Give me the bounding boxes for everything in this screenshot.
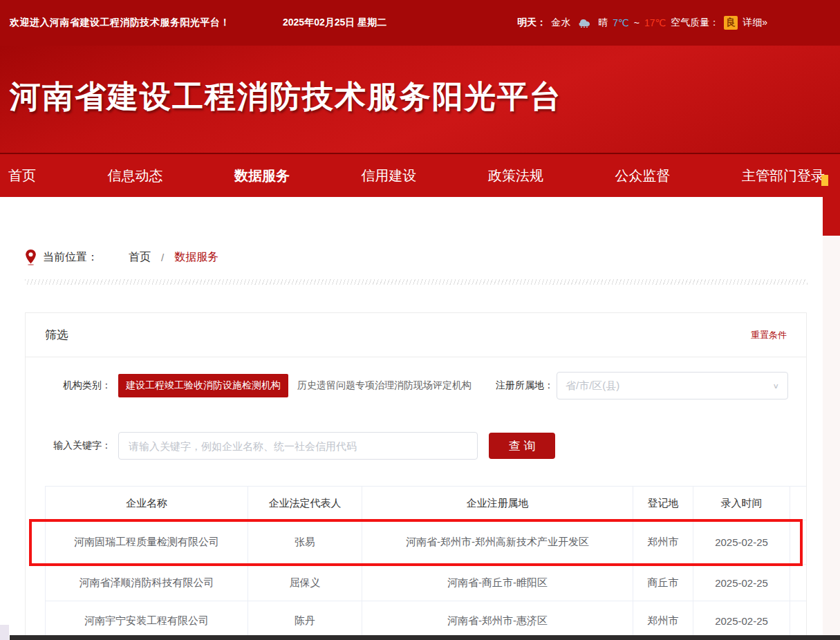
top-bar: 欢迎进入河南省建设工程消防技术服务阳光平台！ 2025年02月25日 星期二 明… xyxy=(0,0,840,46)
nav-item-credit[interactable]: 信用建设 xyxy=(362,167,417,185)
nav-item-data-service[interactable]: 数据服务 xyxy=(234,167,290,185)
nav-item-admin-login[interactable]: 主管部门登录 xyxy=(742,167,825,185)
cell-entry-date: 2025-02-25 xyxy=(693,520,790,565)
nav-item-policy[interactable]: 政策法规 xyxy=(488,167,543,185)
cell-entry-date: 2025-02-25 xyxy=(693,601,790,640)
category-option-other[interactable]: 历史遗留问题专项治理消防现场评定机构 xyxy=(297,379,472,392)
table-header-row: 企业名称 企业法定代表人 企业注册属地 登记地 录入时间 xyxy=(46,487,808,520)
cell-registration-city: 郑州市 xyxy=(633,520,693,565)
temp-high: 17℃ xyxy=(644,17,666,28)
cell-blank xyxy=(790,565,808,601)
cell-blank xyxy=(790,601,808,640)
chevron-down-icon: ∨ xyxy=(772,382,779,390)
breadcrumb: 当前位置： 首页 / 数据服务 xyxy=(25,249,218,265)
welcome-text: 欢迎进入河南省建设工程消防技术服务阳光平台！ xyxy=(10,17,230,29)
cell-registration-city: 郑州市 xyxy=(633,601,693,640)
temp-tilde: ~ xyxy=(634,17,640,28)
keyword-label: 输入关键字： xyxy=(26,440,111,452)
slash-divider xyxy=(25,279,808,285)
location-pin-icon xyxy=(25,249,37,265)
floating-widget-fragment xyxy=(823,197,840,236)
col-header-company: 企业名称 xyxy=(46,487,248,520)
cell-registration-city: 商丘市 xyxy=(633,565,693,601)
cell-legal-rep: 屈保义 xyxy=(248,565,362,601)
page: 欢迎进入河南省建设工程消防技术服务阳光平台！ 2025年02月25日 星期二 明… xyxy=(0,0,840,640)
category-label: 机构类别： xyxy=(26,379,111,392)
keyword-input[interactable] xyxy=(118,432,478,460)
region-select[interactable]: 省/市/区(县) ∨ xyxy=(557,372,788,399)
weather-city: 金水 xyxy=(551,17,570,29)
breadcrumb-separator: / xyxy=(161,252,164,263)
page-edge-strip xyxy=(823,197,840,640)
breadcrumb-home-link[interactable]: 首页 xyxy=(129,250,151,265)
table-row-3: 河南宇宁安装工程有限公司 陈丹 河南省-郑州市-惠济区 郑州市 2025-02-… xyxy=(46,601,808,640)
aqi-badge: 良 xyxy=(724,16,738,30)
bottom-left-fragment xyxy=(0,625,9,640)
col-header-blank xyxy=(790,487,808,520)
reset-filters-button[interactable]: 重置条件 xyxy=(751,329,787,341)
cell-registered-place: 河南省-郑州市-郑州高新技术产业开发区 xyxy=(362,520,633,565)
cloud-icon xyxy=(575,16,593,30)
table-row-1: 河南固瑞工程质量检测有限公司 张易 河南省-郑州市-郑州高新技术产业开发区 郑州… xyxy=(46,520,808,565)
results-table: 企业名称 企业法定代表人 企业注册属地 登记地 录入时间 河南固瑞工程质量检测有… xyxy=(45,486,807,640)
date-text: 2025年02月25日 星期二 xyxy=(283,17,386,29)
cell-registered-place: 河南省-商丘市-睢阳区 xyxy=(362,565,633,601)
breadcrumb-label: 当前位置： xyxy=(43,250,98,265)
weather-widget: 明天： 金水 晴 7℃ ~ 17℃ 空气质量： 良 详细» xyxy=(517,16,767,30)
table-row-2: 河南省泽顺消防科技有限公司 屈保义 河南省-商丘市-睢阳区 商丘市 2025-0… xyxy=(46,565,808,601)
cell-registered-place: 河南省-郑州市-惠济区 xyxy=(362,601,633,640)
region-label: 注册所属地： xyxy=(487,379,554,392)
filter-card-header: 筛选 重置条件 xyxy=(26,313,806,357)
category-filter-row: 机构类别： 建设工程竣工验收消防设施检测机构 历史遗留问题专项治理消防现场评定机… xyxy=(26,374,807,397)
page-title: 河南省建设工程消防技术服务阳光平台 xyxy=(10,76,562,117)
col-header-entry-date: 录入时间 xyxy=(693,487,790,520)
weather-condition: 晴 xyxy=(598,17,608,29)
cell-entry-date: 2025-02-25 xyxy=(693,565,790,601)
col-header-registered-place: 企业注册属地 xyxy=(362,487,633,520)
region-select-placeholder: 省/市/区(县) xyxy=(566,379,772,393)
search-button[interactable]: 查 询 xyxy=(489,433,555,459)
cell-company: 河南宇宁安装工程有限公司 xyxy=(46,601,248,640)
temp-low: 7℃ xyxy=(613,17,629,28)
breadcrumb-current-link[interactable]: 数据服务 xyxy=(174,250,218,265)
cell-company: 河南省泽顺消防科技有限公司 xyxy=(46,565,248,601)
results-table-wrap: 企业名称 企业法定代表人 企业注册属地 登记地 录入时间 河南固瑞工程质量检测有… xyxy=(45,486,807,640)
filter-card: 筛选 重置条件 机构类别： 建设工程竣工验收消防设施检测机构 历史遗留问题专项治… xyxy=(25,312,807,640)
cell-blank xyxy=(790,520,808,565)
col-header-legal-rep: 企业法定代表人 xyxy=(248,487,362,520)
cell-legal-rep: 张易 xyxy=(248,520,362,565)
main-nav: 首页 信息动态 数据服务 信用建设 政策法规 公众监督 主管部门登录 xyxy=(0,153,840,197)
cell-legal-rep: 陈丹 xyxy=(248,601,362,640)
floating-widget-icon-fragment xyxy=(821,175,828,186)
nav-item-news[interactable]: 信息动态 xyxy=(108,167,163,185)
weather-label: 明天： xyxy=(517,17,546,29)
aqi-label: 空气质量： xyxy=(671,17,719,29)
cell-company: 河南固瑞工程质量检测有限公司 xyxy=(46,520,248,565)
category-option-selected[interactable]: 建设工程竣工验收消防设施检测机构 xyxy=(118,374,288,397)
site-header: 河南省建设工程消防技术服务阳光平台 xyxy=(0,46,840,153)
nav-item-supervision[interactable]: 公众监督 xyxy=(615,167,671,185)
bottom-dark-bar xyxy=(10,635,840,640)
nav-item-home[interactable]: 首页 xyxy=(8,167,36,185)
weather-detail-link[interactable]: 详细» xyxy=(743,17,767,29)
keyword-filter-row: 输入关键字： 查 询 xyxy=(26,432,807,460)
col-header-registration-city: 登记地 xyxy=(633,487,693,520)
filter-title: 筛选 xyxy=(45,327,68,343)
